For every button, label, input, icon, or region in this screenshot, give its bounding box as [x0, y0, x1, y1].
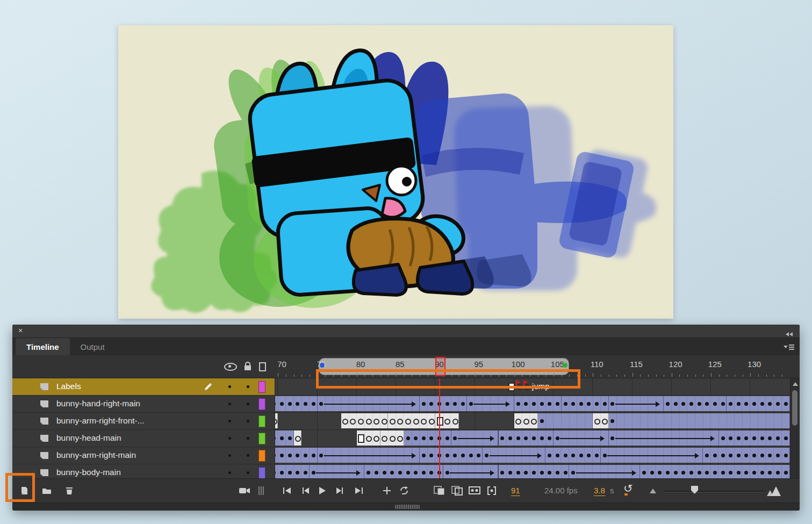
panel-menu-icon[interactable]: [784, 343, 794, 350]
keyframe-dot: [666, 471, 670, 475]
layer-lock-dot[interactable]: [247, 385, 249, 388]
delete-button[interactable]: [62, 483, 77, 498]
frame-span[interactable]: [727, 396, 789, 411]
play-button[interactable]: [315, 483, 330, 498]
layer-visibility-dot[interactable]: [228, 454, 231, 457]
layer-outline-color-swatch[interactable]: [258, 415, 265, 427]
go-to-last-frame-button[interactable]: [351, 483, 366, 498]
zoom-out-frames-icon[interactable]: [650, 489, 656, 493]
ruler-number: 70: [277, 360, 286, 369]
keyframe-dot: [288, 436, 292, 440]
layer-name-cell[interactable]: bunny-arm-right-main: [12, 447, 275, 464]
keyframe-dot: [737, 402, 741, 406]
layer-visibility-dot[interactable]: [228, 403, 231, 405]
collapse-panel-icon[interactable]: [786, 329, 794, 333]
keyframe-dot: [422, 454, 426, 457]
horizontal-scrollbar[interactable]: [12, 503, 800, 511]
layer-page-icon: [40, 435, 48, 442]
layer-visibility-dot[interactable]: [228, 471, 231, 474]
frame-span[interactable]: [404, 430, 451, 446]
layer-visibility-dot[interactable]: [228, 420, 231, 422]
onion-skin-button[interactable]: [432, 483, 447, 498]
elapsed-time-field[interactable]: 3.8: [594, 486, 605, 496]
keyframe-dot: [422, 402, 426, 406]
keyframe-dot: [461, 454, 465, 457]
layer-outline-color-swatch[interactable]: [258, 450, 265, 462]
layer-name-cell[interactable]: bunny-hand-right-main: [12, 396, 275, 412]
layer-row: bunny-arm-right-main: [12, 447, 800, 464]
frame-span[interactable]: [514, 396, 562, 411]
frame-span[interactable]: [664, 396, 727, 411]
layer-outline-color-swatch[interactable]: [258, 467, 265, 478]
current-frame-field[interactable]: 91: [511, 486, 520, 496]
layer-frames-strip[interactable]: [275, 464, 790, 478]
vertical-scrollbar-thumb[interactable]: [792, 390, 797, 426]
frame-size-slider-track[interactable]: [664, 491, 766, 492]
onion-range-start-handle[interactable]: [320, 363, 325, 368]
layer-lock-dot[interactable]: [247, 437, 249, 440]
horizontal-scrollbar-thumb[interactable]: [395, 505, 420, 509]
layer-lock-dot[interactable]: [247, 403, 249, 405]
scroll-up-icon[interactable]: [793, 382, 798, 386]
keyframe-dot: [737, 454, 741, 457]
layer-outline-color-swatch[interactable]: [258, 381, 265, 393]
layer-name-cell[interactable]: bunny-body-main: [12, 464, 275, 478]
close-icon[interactable]: ×: [18, 326, 23, 335]
frame-span[interactable]: [569, 465, 640, 478]
keyframe-dot: [776, 436, 780, 440]
new-folder-button[interactable]: [39, 483, 54, 498]
loop-button[interactable]: [397, 483, 412, 498]
vertical-scrollbar[interactable]: [790, 378, 800, 478]
layer-name-cell[interactable]: Labels: [12, 378, 275, 395]
keyframe-dot: [760, 402, 764, 406]
layer-outline-color-swatch[interactable]: [258, 433, 265, 444]
reset-timeline-zoom-button[interactable]: ↺: [623, 482, 638, 497]
ruler-number: 120: [669, 360, 682, 369]
keyframe-dot: [469, 402, 473, 406]
frame-span[interactable]: [538, 413, 593, 428]
layer-visibility-dot[interactable]: [228, 385, 231, 388]
lock-all-layers-icon[interactable]: [245, 365, 251, 370]
keyframe-dot: [445, 402, 449, 406]
frame-span[interactable]: [562, 396, 609, 411]
zoom-in-frames-icon[interactable]: [767, 485, 781, 496]
show-hide-all-layers-icon[interactable]: [224, 363, 237, 371]
tween-arrow: [656, 401, 660, 407]
center-frame-button[interactable]: [379, 483, 394, 498]
layer-outline-color-swatch[interactable]: [258, 398, 265, 410]
tab-output[interactable]: Output: [70, 338, 116, 355]
ruler-tick: [719, 375, 720, 377]
layer-visibility-dot[interactable]: [228, 437, 231, 440]
layer-frames-strip[interactable]: [275, 447, 790, 464]
keyframe-dot: [375, 471, 378, 475]
empty-keyframe-dot: [382, 436, 387, 442]
step-back-button[interactable]: [298, 483, 313, 498]
frame-span[interactable]: [609, 413, 790, 428]
onion-skin-outlines-button[interactable]: [450, 483, 465, 498]
layer-lock-dot[interactable]: [247, 420, 249, 422]
layer-lock-dot[interactable]: [247, 454, 249, 457]
frame-span[interactable]: [420, 396, 467, 411]
go-to-first-frame-button[interactable]: [280, 483, 295, 498]
layer-name-cell[interactable]: bunny-arm-right-front-...: [12, 413, 275, 429]
layer-frames-strip[interactable]: [275, 413, 790, 429]
layer-row: bunny-head-main: [12, 430, 800, 447]
layer-frames-strip[interactable]: [275, 430, 790, 447]
camera-icon[interactable]: [237, 483, 252, 498]
frame-rate-field[interactable]: 24.00 fps: [544, 486, 578, 495]
frame-size-slider-thumb[interactable]: [691, 486, 698, 494]
tab-timeline[interactable]: Timeline: [16, 338, 70, 355]
playhead-line[interactable]: [439, 378, 440, 478]
keyframe-dot: [288, 454, 292, 457]
outline-all-layers-icon[interactable]: [259, 362, 266, 371]
tween-arrow: [490, 436, 494, 441]
layer-frames-strip[interactable]: [275, 396, 790, 412]
layer-lock-dot[interactable]: [247, 471, 249, 474]
tween-line: [615, 438, 711, 439]
tween-line: [324, 404, 412, 405]
modify-markers-button[interactable]: [484, 483, 499, 498]
tween-arrow: [710, 436, 715, 441]
edit-multiple-frames-button[interactable]: [467, 483, 482, 498]
layer-name-cell[interactable]: bunny-head-main: [12, 430, 275, 447]
step-forward-button[interactable]: [333, 483, 348, 498]
